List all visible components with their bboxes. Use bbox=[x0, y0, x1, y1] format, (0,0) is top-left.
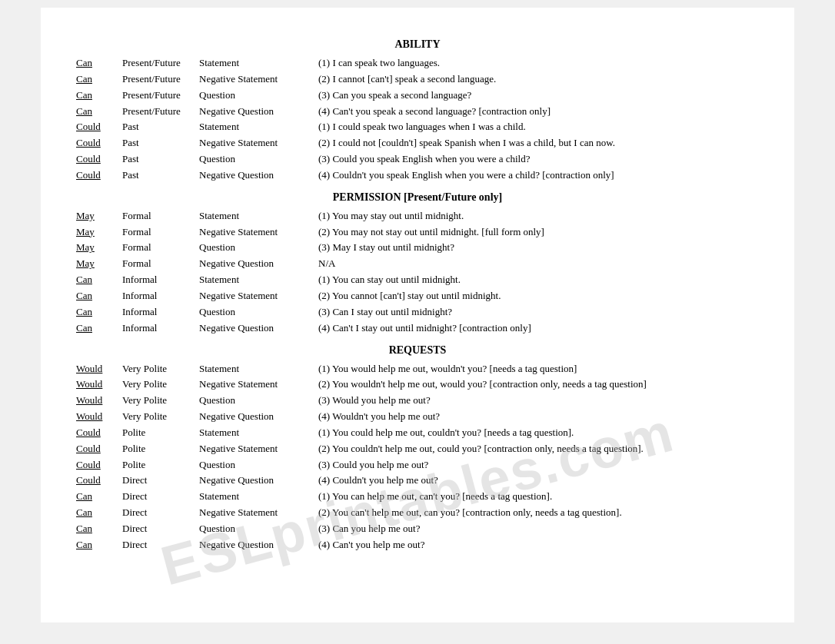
formality-cell: Past bbox=[118, 135, 195, 151]
example-cell: (2) I cannot [can't] speak a second lang… bbox=[314, 71, 763, 88]
example-cell: (1) You can help me out, can't you? [nee… bbox=[314, 489, 763, 505]
table-row: CanInformalNegative Question(4) Can't I … bbox=[72, 320, 763, 337]
example-cell: (4) Can't you speak a second language? [… bbox=[314, 104, 763, 120]
example-cell: (2) You can't help me out, can you? [con… bbox=[314, 505, 763, 521]
modal-cell: Can bbox=[72, 537, 118, 553]
formality-cell: Polite bbox=[118, 457, 195, 473]
modal-cell: Can bbox=[72, 521, 118, 537]
formality-cell: Informal bbox=[118, 320, 195, 337]
type-cell: Negative Statement bbox=[195, 224, 314, 241]
formality-cell: Direct bbox=[118, 505, 195, 521]
example-cell: (2) I could not [couldn't] speak Spanish… bbox=[314, 135, 763, 151]
modal-cell: Could bbox=[72, 151, 118, 168]
table-row: MayFormalNegative Statement(2) You may n… bbox=[72, 224, 763, 241]
type-cell: Negative Question bbox=[195, 104, 314, 120]
table-row: WouldVery PoliteQuestion(3) Would you he… bbox=[72, 393, 763, 409]
formality-cell: Past bbox=[118, 151, 195, 168]
modal-cell: Could bbox=[72, 119, 118, 135]
formality-cell: Present/Future bbox=[118, 55, 195, 71]
type-cell: Question bbox=[195, 457, 314, 473]
example-cell: (1) I can speak two languages. bbox=[314, 55, 763, 71]
modal-cell: Could bbox=[72, 457, 118, 473]
formality-cell: Informal bbox=[118, 288, 195, 304]
example-cell: (2) You may not stay out until midnight.… bbox=[314, 224, 763, 241]
formality-cell: Very Polite bbox=[118, 377, 195, 393]
type-cell: Question bbox=[195, 151, 314, 168]
example-cell: (4) Can't I stay out until midnight? [co… bbox=[314, 320, 763, 337]
formality-cell: Present/Future bbox=[118, 104, 195, 120]
example-cell: (3) Could you help me out? bbox=[314, 457, 763, 473]
modal-cell: Would bbox=[72, 393, 118, 409]
type-cell: Statement bbox=[195, 208, 314, 224]
type-cell: Statement bbox=[195, 489, 314, 505]
table-row: MayFormalNegative QuestionN/A bbox=[72, 256, 763, 272]
example-cell: (3) Could you speak English when you wer… bbox=[314, 151, 763, 168]
example-cell: (3) Can I stay out until midnight? bbox=[314, 304, 763, 320]
example-cell: (1) You would help me out, wouldn't you?… bbox=[314, 361, 763, 377]
table-row: MayFormalQuestion(3) May I stay out unti… bbox=[72, 240, 763, 256]
formality-cell: Formal bbox=[118, 256, 195, 272]
type-cell: Question bbox=[195, 393, 314, 409]
formality-cell: Polite bbox=[118, 425, 195, 441]
formality-cell: Direct bbox=[118, 489, 195, 505]
formality-cell: Present/Future bbox=[118, 71, 195, 88]
type-cell: Negative Question bbox=[195, 168, 314, 184]
example-cell: (1) You can stay out until midnight. bbox=[314, 272, 763, 288]
modal-cell: Could bbox=[72, 473, 118, 489]
modal-cell: Can bbox=[72, 88, 118, 104]
type-cell: Statement bbox=[195, 55, 314, 71]
example-cell: (2) You cannot [can't] stay out until mi… bbox=[314, 288, 763, 304]
example-cell: (4) Couldn't you help me out? bbox=[314, 473, 763, 489]
example-cell: (2) You wouldn't help me out, would you?… bbox=[314, 377, 763, 393]
modal-cell: Can bbox=[72, 304, 118, 320]
formality-cell: Direct bbox=[118, 521, 195, 537]
example-cell: (4) Couldn't you speak English when you … bbox=[314, 168, 763, 184]
formality-cell: Formal bbox=[118, 224, 195, 241]
table-row: CanInformalStatement(1) You can stay out… bbox=[72, 272, 763, 288]
type-cell: Negative Statement bbox=[195, 71, 314, 88]
type-cell: Negative Question bbox=[195, 473, 314, 489]
modal-cell: May bbox=[72, 256, 118, 272]
formality-cell: Formal bbox=[118, 240, 195, 256]
table-row: CouldPastNegative Statement(2) I could n… bbox=[72, 135, 763, 151]
modal-cell: Would bbox=[72, 409, 118, 425]
formality-cell: Very Polite bbox=[118, 393, 195, 409]
example-cell: N/A bbox=[314, 256, 763, 272]
table-row: CouldPoliteNegative Statement(2) You cou… bbox=[72, 441, 763, 457]
section-table: MayFormalStatement(1) You may stay out u… bbox=[72, 208, 763, 337]
type-cell: Statement bbox=[195, 119, 314, 135]
table-row: CanDirectQuestion(3) Can you help me out… bbox=[72, 521, 763, 537]
type-cell: Question bbox=[195, 304, 314, 320]
formality-cell: Polite bbox=[118, 441, 195, 457]
table-row: CouldPastQuestion(3) Could you speak Eng… bbox=[72, 151, 763, 168]
table-row: CanInformalNegative Statement(2) You can… bbox=[72, 288, 763, 304]
modal-cell: Can bbox=[72, 55, 118, 71]
table-row: CanDirectNegative Statement(2) You can't… bbox=[72, 505, 763, 521]
example-cell: (3) Would you help me out? bbox=[314, 393, 763, 409]
formality-cell: Very Polite bbox=[118, 409, 195, 425]
formality-cell: Past bbox=[118, 168, 195, 184]
example-cell: (3) May I stay out until midnight? bbox=[314, 240, 763, 256]
modal-cell: Can bbox=[72, 505, 118, 521]
example-cell: (4) Can't you help me out? bbox=[314, 537, 763, 553]
type-cell: Statement bbox=[195, 425, 314, 441]
page: ABILITYCanPresent/FutureStatement(1) I c… bbox=[41, 8, 794, 622]
modal-cell: Can bbox=[72, 272, 118, 288]
type-cell: Negative Statement bbox=[195, 135, 314, 151]
modal-cell: Can bbox=[72, 104, 118, 120]
table-row: CouldPoliteStatement(1) You could help m… bbox=[72, 425, 763, 441]
table-row: CanPresent/FutureQuestion(3) Can you spe… bbox=[72, 88, 763, 104]
table-row: CanPresent/FutureNegative Question(4) Ca… bbox=[72, 104, 763, 120]
type-cell: Statement bbox=[195, 361, 314, 377]
table-row: CouldDirectNegative Question(4) Couldn't… bbox=[72, 473, 763, 489]
modal-cell: May bbox=[72, 240, 118, 256]
modal-cell: Could bbox=[72, 441, 118, 457]
modal-cell: Could bbox=[72, 425, 118, 441]
formality-cell: Informal bbox=[118, 304, 195, 320]
section-title: PERMISSION [Present/Future only] bbox=[72, 191, 763, 204]
table-row: CanDirectStatement(1) You can help me ou… bbox=[72, 489, 763, 505]
type-cell: Statement bbox=[195, 272, 314, 288]
table-row: CouldPastNegative Question(4) Couldn't y… bbox=[72, 168, 763, 184]
section-table: CanPresent/FutureStatement(1) I can spea… bbox=[72, 55, 763, 184]
table-row: CouldPastStatement(1) I could speak two … bbox=[72, 119, 763, 135]
